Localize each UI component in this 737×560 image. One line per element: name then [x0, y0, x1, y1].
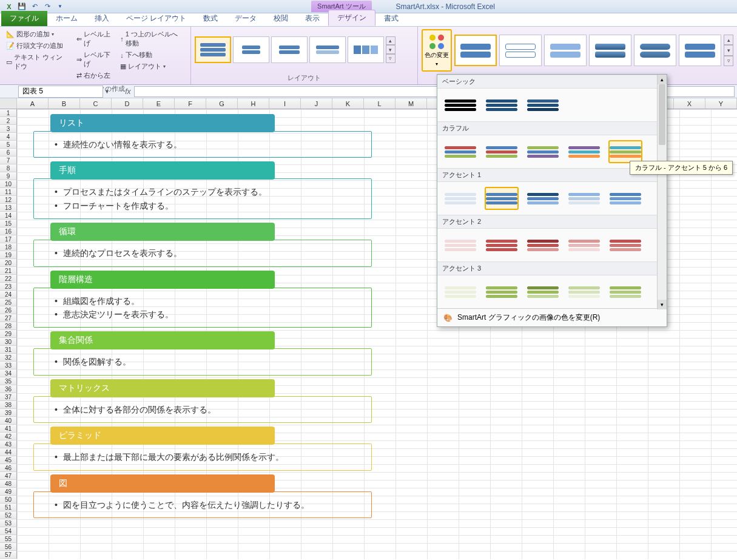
row-header[interactable]: 19	[0, 251, 17, 259]
row-header[interactable]: 45	[0, 456, 17, 464]
row-header[interactable]: 54	[0, 527, 17, 535]
color-swatch[interactable]	[443, 140, 477, 163]
row-header[interactable]: 48	[0, 480, 17, 488]
col-header[interactable]: I	[269, 98, 301, 109]
row-header[interactable]: 8	[0, 164, 17, 172]
row-header[interactable]: 16	[0, 228, 17, 235]
row-header[interactable]: 38	[0, 401, 17, 409]
color-swatch[interactable]	[526, 140, 560, 163]
row-header[interactable]: 42	[0, 433, 17, 440]
row-header[interactable]: 51	[0, 504, 17, 511]
row-header[interactable]: 21	[0, 267, 17, 275]
row-header[interactable]: 17	[0, 235, 17, 243]
undo-icon[interactable]: ↶	[29, 1, 40, 12]
row-header[interactable]: 30	[0, 338, 17, 346]
style-item[interactable]	[499, 35, 542, 66]
col-header[interactable]: C	[80, 98, 112, 109]
row-header[interactable]: 7	[0, 157, 17, 164]
row-header[interactable]: 36	[0, 385, 17, 393]
row-header[interactable]: 35	[0, 377, 17, 385]
row-header[interactable]: 47	[0, 472, 17, 480]
style-item[interactable]	[634, 35, 676, 66]
row-header[interactable]: 26	[0, 306, 17, 314]
style-item[interactable]	[589, 35, 631, 66]
tab-insert[interactable]: 挿入	[86, 11, 118, 26]
row-header[interactable]: 41	[0, 425, 17, 433]
select-all-corner[interactable]	[0, 98, 17, 109]
row-header[interactable]: 18	[0, 243, 17, 251]
row-header[interactable]: 1	[0, 109, 17, 117]
row-header[interactable]: 11	[0, 188, 17, 196]
col-header[interactable]: E	[143, 98, 175, 109]
add-bullet-button[interactable]: 📝 行頭文字の追加	[4, 41, 72, 51]
name-box[interactable]	[18, 86, 103, 98]
level-down-button[interactable]: ⇒ レベル下げ	[74, 50, 115, 69]
color-swatch[interactable]	[526, 187, 560, 210]
row-header[interactable]: 50	[0, 496, 17, 504]
move-down-button[interactable]: ↓ 下へ移動	[118, 50, 186, 60]
col-header[interactable]: M	[395, 98, 427, 109]
row-header[interactable]: 2	[0, 117, 17, 125]
tab-file[interactable]: ファイル	[1, 11, 47, 26]
color-swatch[interactable]	[443, 280, 477, 303]
col-header[interactable]: G	[206, 98, 238, 109]
save-icon[interactable]: 💾	[16, 1, 27, 12]
scroll-up-icon[interactable]: ▴	[658, 75, 667, 84]
row-header[interactable]: 40	[0, 417, 17, 425]
style-item[interactable]	[544, 35, 587, 66]
smartart-block[interactable]: 手順プロセスまたはタイムラインのステップを表示する。フローチャートを作成する。	[33, 161, 372, 219]
smartart-block[interactable]: リスト連続性のない情報を表示する。	[33, 114, 372, 158]
style-gallery-nav[interactable]: ▴▾▿	[724, 35, 733, 66]
row-header[interactable]: 20	[0, 259, 17, 267]
style-item[interactable]	[454, 35, 497, 66]
rtl-button[interactable]: ⇄ 右から左	[74, 70, 115, 81]
color-swatch[interactable]	[443, 93, 477, 116]
row-header[interactable]: 55	[0, 535, 17, 543]
row-header[interactable]: 6	[0, 149, 17, 157]
row-header[interactable]: 43	[0, 440, 17, 448]
smartart-block[interactable]: ピラミッド最上部または最下部に最大の要素がある比例関係を示す。	[33, 427, 372, 470]
color-swatch[interactable]	[526, 234, 560, 257]
row-header[interactable]: 52	[0, 511, 17, 519]
col-header[interactable]: J	[301, 98, 332, 109]
row-header[interactable]: 10	[0, 180, 17, 188]
text-window-button[interactable]: ▭ テキスト ウィンドウ	[4, 52, 72, 72]
smartart-block[interactable]: マトリックス全体に対する各部分の関係を表示する。	[33, 379, 372, 423]
col-header[interactable]: A	[17, 98, 49, 109]
color-panel-scrollbar[interactable]: ▴ ▾	[657, 75, 667, 309]
col-header[interactable]: Y	[705, 98, 737, 109]
row-header[interactable]: 4	[0, 133, 17, 141]
col-header[interactable]: D	[112, 98, 143, 109]
row-header[interactable]: 3	[0, 125, 17, 133]
col-header[interactable]: F	[175, 98, 206, 109]
row-header[interactable]: 24	[0, 291, 17, 299]
color-swatch[interactable]	[485, 280, 519, 303]
color-swatch[interactable]	[567, 140, 601, 163]
color-swatch[interactable]	[485, 140, 519, 163]
row-header[interactable]: 56	[0, 543, 17, 551]
tab-review[interactable]: 校閲	[265, 11, 297, 26]
smartart-block[interactable]: 図図を目立つように使うことで、内容を伝えたり強調したりする。	[33, 474, 372, 518]
row-header[interactable]: 14	[0, 212, 17, 220]
namebox-dropdown-icon[interactable]: ▼	[104, 89, 110, 95]
col-header[interactable]: K	[332, 98, 364, 109]
scroll-thumb[interactable]	[659, 84, 665, 145]
row-header[interactable]: 39	[0, 409, 17, 417]
col-header[interactable]: B	[49, 98, 80, 109]
smartart-graphic[interactable]: リスト連続性のない情報を表示する。手順プロセスまたはタイムラインのステップを表示…	[33, 114, 372, 522]
layout-item[interactable]	[233, 36, 269, 63]
row-header[interactable]: 28	[0, 322, 17, 330]
qat-dropdown-icon[interactable]: ▼	[55, 1, 66, 12]
row-header[interactable]: 44	[0, 448, 17, 456]
style-item[interactable]	[679, 35, 721, 66]
color-swatch[interactable]	[608, 187, 642, 210]
color-swatch[interactable]	[608, 234, 642, 257]
col-header[interactable]: L	[364, 98, 395, 109]
scroll-down-icon[interactable]: ▾	[658, 300, 667, 309]
layout-button[interactable]: ▦ レイアウト ▾	[118, 61, 186, 72]
color-swatch[interactable]	[608, 140, 642, 163]
layout-item[interactable]	[309, 36, 346, 63]
row-header[interactable]: 46	[0, 464, 17, 472]
row-header[interactable]: 49	[0, 488, 17, 496]
row-header[interactable]: 25	[0, 299, 17, 306]
